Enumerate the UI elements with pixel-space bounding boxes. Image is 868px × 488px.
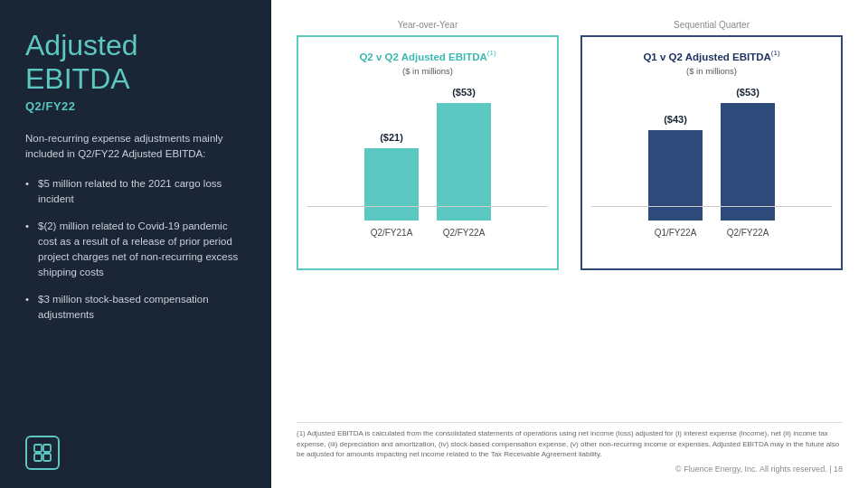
footnote-number: (1)	[297, 429, 306, 437]
bar	[648, 130, 703, 221]
right-chart-box: Q1 v Q2 Adjusted EBITDA(1) ($ in million…	[580, 35, 843, 270]
bar	[437, 103, 491, 221]
list-item: $(2) million related to Covid-19 pandemi…	[25, 219, 246, 281]
sidebar-description: Non-recurring expense adjustments mainly…	[25, 131, 246, 163]
company-logo	[25, 436, 60, 470]
footer-line: © Fluence Energy, Inc. All rights reserv…	[297, 465, 843, 474]
baseline-line	[307, 206, 548, 207]
bar-value: ($21)	[380, 132, 403, 143]
svg-rect-3	[43, 454, 51, 461]
svg-rect-1	[43, 445, 51, 452]
footnote-content: Adjusted EBITDA is calculated from the c…	[297, 429, 839, 457]
bullet-list: $5 million related to the 2021 cargo los…	[25, 176, 246, 323]
left-chart-box: Q2 v Q2 Adjusted EBITDA(1) ($ in million…	[297, 35, 559, 270]
footnote-area: (1) Adjusted EBITDA is calculated from t…	[297, 422, 843, 474]
svg-rect-0	[34, 445, 42, 452]
list-item: $3 million stock-based compensation adju…	[25, 292, 246, 324]
copyright-text: © Fluence Energy, Inc. All rights reserv…	[675, 465, 827, 474]
page-title: Adjusted EBITDA	[25, 29, 246, 96]
left-chart-subtitle: ($ in millions)	[307, 66, 548, 76]
sidebar: Adjusted EBITDA Q2/FY22 Non-recurring ex…	[0, 0, 271, 488]
sidebar-content: Adjusted EBITDA Q2/FY22 Non-recurring ex…	[25, 29, 246, 333]
right-chart-title: Q1 v Q2 Adjusted EBITDA	[643, 52, 770, 62]
bar-group: ($43) Q1/FY22A	[648, 81, 703, 238]
right-chart-subtitle: ($ in millions)	[591, 66, 832, 76]
bar-group: ($21) Q2/FY21A	[364, 81, 419, 238]
left-chart-superscript: (1)	[487, 49, 496, 57]
svg-rect-2	[34, 454, 42, 461]
page-subtitle: Q2/FY22	[25, 99, 246, 113]
page-number: 18	[834, 465, 843, 474]
baseline-line	[591, 206, 832, 207]
left-bars-container: ($21) Q2/FY21A ($53) Q2/FY22A	[307, 81, 548, 241]
bar-fill	[721, 103, 775, 221]
bar-value: ($43)	[664, 114, 687, 125]
bar-group: ($53) Q2/FY22A	[437, 81, 491, 238]
bar-fill	[364, 148, 419, 221]
bar-fill	[648, 130, 703, 221]
left-section-label: Year-over-Year	[398, 20, 458, 30]
bar	[364, 148, 419, 221]
bar-label: Q2/FY22A	[443, 228, 486, 238]
bar	[721, 103, 775, 221]
bar-value: ($53)	[736, 87, 760, 98]
bar-fill	[437, 103, 491, 221]
left-chart-section: Year-over-Year Q2 v Q2 Adjusted EBITDA(1…	[297, 20, 559, 270]
bar-group: ($53) Q2/FY22A	[721, 81, 775, 238]
bar-value: ($53)	[452, 87, 476, 98]
bar-label: Q2/FY22A	[727, 228, 769, 238]
right-chart-section: Sequential Quarter Q1 v Q2 Adjusted EBIT…	[580, 20, 843, 270]
list-item: $5 million related to the 2021 cargo los…	[25, 176, 246, 208]
right-chart-superscript: (1)	[771, 49, 780, 57]
bar-label: Q1/FY22A	[655, 228, 697, 238]
right-bars-container: ($43) Q1/FY22A ($53) Q2/FY22A	[591, 81, 832, 241]
main-content: Year-over-Year Q2 v Q2 Adjusted EBITDA(1…	[271, 0, 868, 488]
right-section-label: Sequential Quarter	[674, 20, 750, 30]
left-chart-title: Q2 v Q2 Adjusted EBITDA	[359, 52, 486, 62]
bar-label: Q2/FY21A	[371, 228, 413, 238]
footnote-text: (1) Adjusted EBITDA is calculated from t…	[297, 428, 843, 459]
charts-area: Year-over-Year Q2 v Q2 Adjusted EBITDA(1…	[297, 20, 843, 415]
